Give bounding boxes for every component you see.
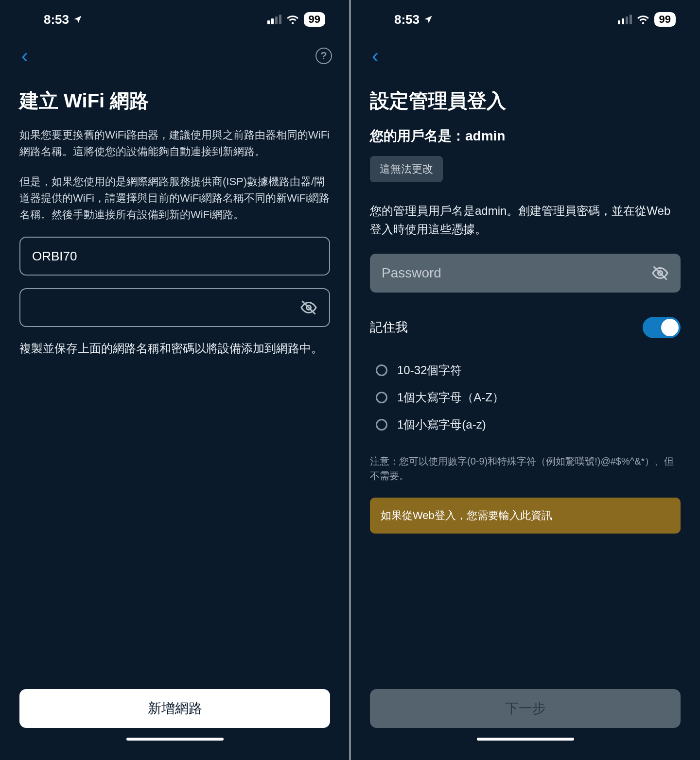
screen-create-wifi: 8:53 99 ‹ ? 建立 WiFi 網路 如果您要更換舊的WiFi路由器，建… [0,0,350,760]
rule-unchecked-icon [376,364,387,376]
wifi-password-field[interactable] [19,288,330,327]
page-title: 設定管理員登入 [370,87,681,114]
back-button[interactable]: ‹ [368,42,383,70]
username-label: 您的用戶名是：admin [370,127,681,145]
cellular-icon [267,15,281,24]
status-time: 8:53 [394,12,420,27]
rule-unchecked-icon [376,419,387,431]
cellular-icon [618,15,632,24]
status-time: 8:53 [44,12,69,27]
instruction-text-2: 但是，如果您使用的是網際網路服務提供商(ISP)數據機路由器/閘道器提供的WiF… [19,173,330,223]
eye-off-icon[interactable] [651,264,669,282]
remember-me-label: 記住我 [370,319,408,336]
battery-indicator: 99 [304,12,325,27]
remember-me-toggle[interactable] [643,317,681,338]
add-network-button[interactable]: 新增網路 [19,689,330,728]
nav-bar: ‹ [350,39,700,73]
back-button[interactable]: ‹ [18,42,32,70]
readonly-chip: 這無法更改 [370,156,443,182]
rule-text: 1個小寫字母(a-z) [397,417,486,432]
instruction-text-1: 如果您要更換舊的WiFi路由器，建議使用與之前路由器相同的WiFi網路名稱。這將… [19,127,330,160]
wifi-icon [286,15,299,24]
location-icon [73,15,83,24]
nav-bar: ‹ ? [0,39,350,73]
remember-me-row: 記住我 [370,317,681,338]
eye-off-icon[interactable] [300,299,317,316]
admin-password-field[interactable]: Password [370,254,681,293]
web-login-banner: 如果從Web登入，您需要輸入此資訊 [370,498,681,534]
rule-text: 1個大寫字母（A-Z） [397,390,504,405]
next-button[interactable]: 下一步 [370,689,681,728]
location-icon [423,15,433,24]
wifi-icon [637,15,649,24]
status-bar: 8:53 99 [0,0,350,39]
rule-item: 1個小寫字母(a-z) [370,417,681,432]
ssid-input[interactable] [32,249,317,264]
status-bar: 8:53 99 [350,0,700,39]
home-indicator[interactable] [477,738,574,741]
admin-description: 您的管理員用戶名是admin。創建管理員密碼，並在從Web登入時使用這些憑據。 [370,202,681,239]
copy-note: 複製並保存上面的網路名稱和密碼以將設備添加到網路中。 [19,340,330,357]
rule-unchecked-icon [376,392,387,403]
home-indicator[interactable] [126,738,224,741]
screen-admin-login: 8:53 99 ‹ 設定管理員登入 您的用戶名是：admin 這無法更改 您的管… [350,0,700,760]
page-title: 建立 WiFi 網路 [19,87,330,114]
password-placeholder: Password [382,265,651,281]
help-button[interactable]: ? [315,48,332,64]
ssid-field[interactable] [19,237,330,276]
battery-indicator: 99 [654,12,676,27]
password-hint: 注意：您可以使用數字(0-9)和特殊字符（例如驚嘆號!)@#$%^&*）、但不需… [370,454,681,483]
wifi-password-input[interactable] [32,300,300,315]
rule-item: 1個大寫字母（A-Z） [370,390,681,405]
rule-item: 10-32個字符 [370,363,681,378]
rule-text: 10-32個字符 [397,363,462,378]
